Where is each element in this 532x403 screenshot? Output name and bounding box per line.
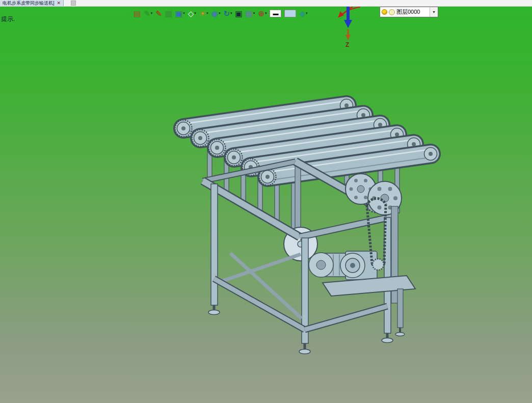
line-width-icon[interactable]: ▬ xyxy=(270,10,281,17)
zoom-icon[interactable]: ◉▾ xyxy=(211,9,221,18)
model-canvas[interactable] xyxy=(173,75,454,360)
leveling-foot xyxy=(208,305,220,315)
line-width-icon: ▬ xyxy=(270,10,281,17)
dropdown-caret-icon[interactable]: ▾ xyxy=(183,11,185,15)
leveling-foot xyxy=(382,333,393,343)
paste-feature-icon[interactable]: ▤ xyxy=(134,9,141,18)
sketch-pencil-icon[interactable]: ✎▾ xyxy=(144,9,152,18)
layer-name-value: 图层0000 xyxy=(396,8,428,16)
tab-close-icon[interactable]: ✕ xyxy=(57,1,61,6)
layer-color-icon[interactable] xyxy=(389,9,395,15)
grid-plane-icon[interactable]: ▦▾ xyxy=(246,9,255,18)
document-tab-bar: 电机步系皮带同步输送机] ✕ xyxy=(0,0,532,7)
rotate-view-icon: ↻ xyxy=(223,9,230,18)
zoom-icon: ◉ xyxy=(211,9,218,18)
dropdown-caret-icon[interactable]: ▾ xyxy=(230,11,232,15)
dropdown-caret-icon[interactable]: ▾ xyxy=(306,11,308,15)
solid-box-icon[interactable]: ▧ xyxy=(165,9,172,18)
color-swatch-icon[interactable] xyxy=(284,10,296,17)
toolbar-icons: ▤✎▾✎▧▣▾◇▾☀▾◉▾↻▾▣▦▾⊕▾▬◈▾ xyxy=(134,7,308,20)
pattern-sun-icon: ☀ xyxy=(199,9,206,18)
cad-application-window: 电机步系皮带同步输送机] ✕ 提示. ▤✎▾✎▧▣▾◇▾☀▾◉▾↻▾▣▦▾⊕▾▬… xyxy=(0,0,532,403)
document-tab[interactable]: 电机步系皮带同步输送机] ✕ xyxy=(0,0,64,6)
frame-leg xyxy=(211,184,218,305)
rotate-view-icon[interactable]: ↻▾ xyxy=(223,9,232,18)
leveling-foot xyxy=(299,343,310,354)
dropdown-caret-icon[interactable]: ▾ xyxy=(253,11,255,15)
dropdown-caret-icon[interactable]: ▾ xyxy=(194,11,196,15)
sketch-pencil-icon: ✎ xyxy=(144,9,150,18)
dropdown-caret-icon[interactable]: ▾ xyxy=(265,11,267,15)
base-support-channel xyxy=(397,289,403,328)
layers-icon[interactable]: ◈▾ xyxy=(299,9,307,18)
erase-pencil-icon[interactable]: ✎ xyxy=(155,9,162,18)
display-mode-icon[interactable]: ▣ xyxy=(235,9,242,18)
viewport-3d[interactable]: 提示. ▤✎▾✎▧▣▾◇▾☀▾◉▾↻▾▣▦▾⊕▾▬◈▾ 图层0000 ▼ Z xyxy=(0,6,532,403)
pattern-sun-icon[interactable]: ☀▾ xyxy=(199,9,208,18)
erase-pencil-icon: ✎ xyxy=(155,9,162,18)
solid-box-icon: ▧ xyxy=(165,9,172,18)
layer-combobox[interactable]: 图层0000 ▼ xyxy=(380,7,438,17)
x-axis-arrowhead xyxy=(338,11,344,18)
z-axis-arrowhead xyxy=(344,20,352,28)
white-cube-icon[interactable]: ◇▾ xyxy=(188,9,196,18)
layer-visibility-bulb-icon[interactable] xyxy=(382,9,387,15)
white-cube-icon: ◇ xyxy=(188,9,194,18)
coordinate-system-icon[interactable]: ⊕▾ xyxy=(258,9,267,18)
dropdown-caret-icon[interactable]: ▾ xyxy=(206,11,208,15)
combo-dropdown-caret-icon[interactable]: ▼ xyxy=(430,7,438,17)
paste-feature-icon: ▤ xyxy=(134,9,141,18)
coordinate-system-icon: ⊕ xyxy=(258,9,264,18)
dropdown-caret-icon[interactable]: ▾ xyxy=(151,11,153,15)
z-axis-label: Z xyxy=(345,41,349,48)
conveyor-machine-graphic xyxy=(173,75,454,360)
extrude-cube-icon: ▣ xyxy=(175,9,182,18)
color-swatch-icon xyxy=(284,10,296,17)
small-sprocket xyxy=(373,259,384,270)
layers-icon: ◈ xyxy=(299,9,305,18)
tab-strip-button[interactable] xyxy=(71,1,76,6)
triad-graphic: Z xyxy=(327,0,364,48)
z-pointer-arrowhead xyxy=(345,35,351,40)
extrude-cube-icon[interactable]: ▣▾ xyxy=(175,9,185,18)
dropdown-caret-icon[interactable]: ▾ xyxy=(219,11,221,15)
display-mode-icon: ▣ xyxy=(235,9,242,18)
leveling-foot xyxy=(395,328,405,336)
world-axis-triad: Z xyxy=(327,0,364,48)
document-tab-title: 电机步系皮带同步输送机] xyxy=(3,1,55,6)
grid-plane-icon: ▦ xyxy=(246,9,253,18)
prompt-text: 提示. xyxy=(1,15,15,23)
y-axis-arrow xyxy=(350,7,360,10)
